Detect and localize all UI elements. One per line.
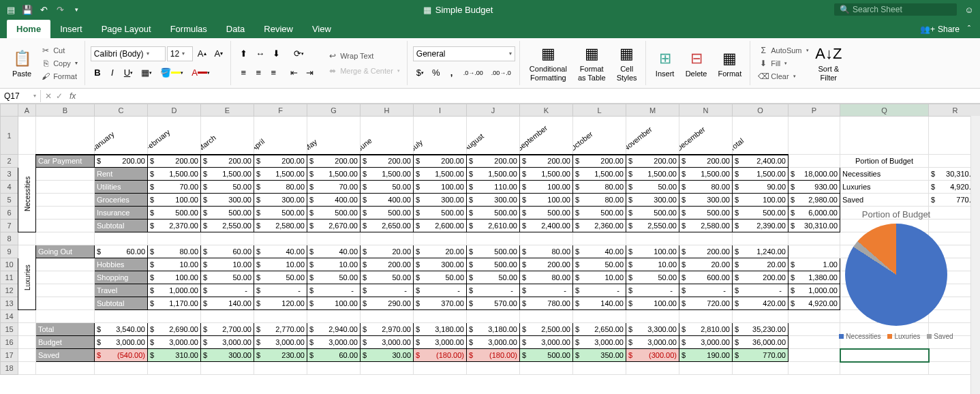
cell[interactable] (36, 194, 95, 207)
cancel-formula-icon[interactable]: ✕ (45, 91, 52, 101)
cell[interactable]: $50.00 (307, 271, 361, 284)
cell[interactable]: $1,500.00 (520, 168, 573, 181)
cell[interactable]: October (573, 117, 626, 155)
cell[interactable]: $2,550.00 (626, 219, 679, 232)
cell[interactable] (573, 232, 626, 245)
cell[interactable]: $500.00 (520, 207, 573, 219)
font-name-combo[interactable]: Calibri (Body)▾ (91, 46, 166, 61)
cell[interactable]: $2,390.00 (733, 219, 788, 232)
cell[interactable] (788, 155, 840, 168)
percent-format-button[interactable]: % (429, 65, 444, 80)
decrease-indent-button[interactable]: ⇤ (287, 65, 301, 80)
cell[interactable]: $770.00 (733, 349, 788, 362)
cell[interactable]: $400.00 (307, 194, 361, 207)
cell[interactable]: $120.00 (254, 297, 307, 310)
cell[interactable]: $80.00 (254, 181, 307, 194)
select-all-corner[interactable] (1, 104, 18, 117)
cell[interactable]: $300.00 (414, 194, 467, 207)
cell[interactable]: $200.00 (679, 155, 733, 168)
cell[interactable]: $2,610.00 (467, 219, 520, 232)
cell[interactable]: $300.00 (201, 194, 254, 207)
cell[interactable]: $100.00 (520, 181, 573, 194)
cell[interactable]: $50.00 (254, 271, 307, 284)
cell[interactable] (307, 310, 361, 323)
cell[interactable]: $420.00 (733, 297, 788, 310)
cell[interactable]: $100.00 (626, 297, 679, 310)
tab-home[interactable]: Home (7, 20, 50, 38)
cell[interactable]: $3,000.00 (361, 336, 414, 349)
cell[interactable]: $1,240.00 (733, 245, 788, 258)
cell[interactable]: $- (201, 284, 254, 297)
cell[interactable]: $500.00 (201, 207, 254, 219)
cell[interactable]: $50.00 (201, 271, 254, 284)
insert-cells-button[interactable]: ⊞Insert (652, 48, 679, 79)
column-header[interactable]: G (307, 104, 361, 117)
cell[interactable]: $300.00 (414, 258, 467, 271)
cell[interactable]: $300.00 (467, 194, 520, 207)
cell[interactable]: $10.00 (254, 258, 307, 271)
cell[interactable] (201, 232, 254, 245)
search-sheet-input[interactable]: 🔍 Search Sheet (834, 3, 957, 16)
cell[interactable]: $- (361, 284, 414, 297)
cell[interactable]: $1,000.00 (148, 284, 201, 297)
cell[interactable] (361, 232, 414, 245)
conditional-formatting-button[interactable]: ▦Conditional Formatting (525, 43, 571, 82)
cell[interactable]: $- (626, 284, 679, 297)
cell[interactable]: $3,000.00 (626, 336, 679, 349)
cell[interactable]: $80.00 (520, 271, 573, 284)
cell[interactable]: $100.00 (148, 194, 201, 207)
cell[interactable] (679, 362, 733, 375)
cell[interactable]: $3,000.00 (467, 336, 520, 349)
cell[interactable]: $300.00 (254, 194, 307, 207)
cell[interactable]: Hobbies (95, 258, 148, 271)
cell[interactable]: $3,180.00 (467, 323, 520, 336)
cell[interactable]: $2,700.00 (201, 323, 254, 336)
cell[interactable]: $100.00 (148, 271, 201, 284)
tab-insert[interactable]: Insert (50, 20, 92, 38)
fx-icon[interactable]: fx (67, 91, 78, 101)
row-header[interactable]: 14 (1, 310, 18, 323)
cell[interactable] (148, 362, 201, 375)
cut-button[interactable]: ✂Cut (38, 45, 80, 56)
cell[interactable]: $10.00 (626, 258, 679, 271)
cell[interactable]: Subtotal (95, 297, 148, 310)
cell[interactable] (148, 310, 201, 323)
cell[interactable]: $2,970.00 (361, 323, 414, 336)
cell[interactable]: $60.00 (95, 245, 148, 258)
cell[interactable]: $1,500.00 (626, 168, 679, 181)
cell[interactable]: $500.00 (361, 207, 414, 219)
cell[interactable]: $- (520, 284, 573, 297)
cell[interactable]: $50.00 (626, 271, 679, 284)
column-header[interactable]: M (626, 104, 679, 117)
cell[interactable] (36, 271, 95, 284)
cell[interactable]: $500.00 (626, 207, 679, 219)
cell[interactable]: $110.00 (467, 181, 520, 194)
cell[interactable] (520, 232, 573, 245)
cell[interactable]: $200.00 (201, 155, 254, 168)
cell[interactable]: $2,550.00 (201, 219, 254, 232)
cell[interactable]: $290.00 (361, 297, 414, 310)
cell[interactable]: $3,000.00 (95, 336, 148, 349)
cell[interactable]: $40.00 (573, 245, 626, 258)
cell[interactable]: $2,500.00 (520, 323, 573, 336)
cell[interactable]: $10.00 (307, 258, 361, 271)
cell[interactable]: Going Out (36, 245, 95, 258)
cell[interactable]: $100.00 (520, 194, 573, 207)
cell[interactable] (36, 232, 95, 245)
column-header[interactable]: N (679, 104, 733, 117)
cell[interactable]: Luxuries (18, 245, 36, 310)
cell[interactable] (361, 310, 414, 323)
cell[interactable]: $- (414, 284, 467, 297)
cell[interactable]: $3,000.00 (307, 336, 361, 349)
number-format-combo[interactable]: General▾ (413, 46, 515, 61)
cell[interactable]: Shopping (95, 271, 148, 284)
cell[interactable] (254, 232, 307, 245)
cell[interactable]: $100.00 (414, 181, 467, 194)
cell[interactable] (18, 349, 36, 362)
cell[interactable]: $2,360.00 (573, 219, 626, 232)
align-bottom-button[interactable]: ⬇ (269, 46, 284, 61)
row-header[interactable]: 15 (1, 323, 18, 336)
clear-button[interactable]: ⌫Clear▾ (756, 71, 811, 82)
align-middle-button[interactable]: ↔ (252, 46, 268, 61)
cell[interactable]: $2,810.00 (679, 323, 733, 336)
